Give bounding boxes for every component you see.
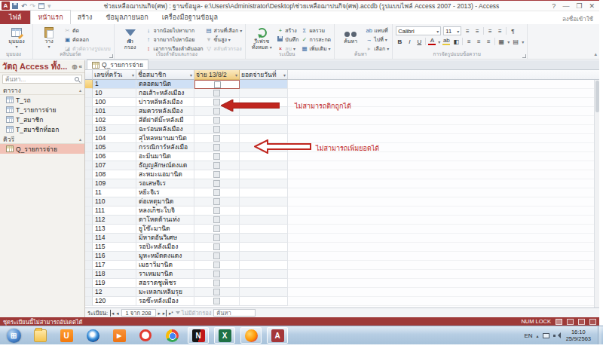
- sidebar-item-table[interactable]: T_รายการจ่าย: [0, 105, 84, 115]
- cell-household-no[interactable]: 113: [93, 225, 136, 234]
- query-document-tab[interactable]: Q_รายการจ่าย: [87, 60, 148, 69]
- swirl-app-icon[interactable]: [82, 327, 103, 344]
- cell-paid[interactable]: [194, 279, 240, 288]
- cell-household-no[interactable]: 11: [93, 188, 136, 197]
- table-row[interactable]: 109รอเสษจิเร: [85, 179, 599, 188]
- paid-checkbox[interactable]: [213, 298, 220, 304]
- align-left-icon[interactable]: ≡: [465, 38, 473, 45]
- sort-descending-button[interactable]: ↑ จากมากไปหาน้อย: [145, 35, 204, 44]
- sql-view-button[interactable]: [578, 319, 585, 325]
- navigation-pane-header[interactable]: วัตถุ Access ทั้ง... ◎ «: [0, 60, 84, 73]
- cell-paid[interactable]: [194, 206, 240, 216]
- column-sort-dropdown-icon[interactable]: ▾: [190, 72, 192, 78]
- cell-household-no[interactable]: 108: [93, 170, 136, 179]
- restore-button[interactable]: ❐: [576, 2, 582, 10]
- fill-color-button[interactable]: ◧: [452, 38, 460, 45]
- datasheet-quick-icon[interactable]: [38, 3, 44, 9]
- sidebar-item-table[interactable]: T_สมาชิกที่ออก: [0, 124, 84, 134]
- n-app-icon[interactable]: N: [188, 327, 209, 344]
- column-header-paid-date[interactable]: ยอดจ่ายวันที่ ▾: [240, 70, 288, 80]
- table-row[interactable]: 1ตลอดมานิด: [85, 80, 599, 89]
- cell-paid[interactable]: [194, 225, 240, 234]
- table-row[interactable]: 118ราเหมมานิด: [85, 270, 599, 279]
- table-row[interactable]: 11หยีะจิเร: [85, 188, 599, 197]
- cell-household-no[interactable]: 106: [93, 152, 136, 161]
- paid-checkbox[interactable]: [213, 180, 220, 187]
- table-row[interactable]: 110ต่อเหตุมานิด: [85, 197, 599, 206]
- cell-household-no[interactable]: 115: [93, 243, 136, 252]
- row-selector[interactable]: [85, 261, 93, 270]
- italic-button[interactable]: I: [406, 38, 413, 45]
- row-selector[interactable]: [85, 143, 93, 152]
- row-selector[interactable]: [85, 116, 93, 125]
- cell-paid-date[interactable]: [240, 243, 288, 252]
- firefox-icon[interactable]: [240, 327, 262, 344]
- cell-paid-date[interactable]: [240, 234, 288, 243]
- column-header-paid-checkbox[interactable]: จ่าย 13/8/2 ▾: [194, 70, 240, 80]
- new-blank-record-button[interactable]: ▸*: [169, 310, 173, 317]
- cell-paid-date[interactable]: [240, 161, 288, 170]
- row-selector[interactable]: [85, 188, 93, 197]
- font-name-select[interactable]: Calibri ▾: [396, 26, 441, 35]
- paid-checkbox[interactable]: [213, 289, 220, 295]
- row-selector[interactable]: [85, 170, 93, 179]
- volume-icon[interactable]: [553, 332, 559, 338]
- cell-paid-date[interactable]: [240, 89, 288, 98]
- cell-household-no[interactable]: 120: [93, 297, 136, 306]
- row-selector[interactable]: [85, 234, 93, 243]
- chrome-icon[interactable]: [161, 327, 182, 344]
- cell-household-no[interactable]: 119: [93, 279, 136, 288]
- alternate-row-color-button[interactable]: ▤: [512, 38, 519, 45]
- views-button[interactable]: มุมมอง ▾: [4, 26, 29, 51]
- cell-paid-date[interactable]: [240, 206, 288, 216]
- cell-paid[interactable]: [194, 143, 240, 152]
- align-right-icon[interactable]: ≡: [485, 38, 492, 45]
- cell-paid-date[interactable]: [240, 225, 288, 234]
- replace-button[interactable]: ab แทนที่: [366, 26, 389, 35]
- cell-household-no[interactable]: 101: [93, 107, 136, 116]
- last-record-button[interactable]: ▸: [163, 310, 167, 317]
- cell-paid[interactable]: [194, 89, 240, 98]
- cell-member-name[interactable]: สมควรหลังเมือง: [136, 107, 194, 116]
- cell-paid[interactable]: [194, 125, 240, 134]
- cell-member-name[interactable]: มูหะหมัดดงแดง: [136, 252, 194, 261]
- cell-member-name[interactable]: ต่อเหตุมานิด: [136, 197, 194, 206]
- cell-paid[interactable]: [194, 216, 240, 225]
- cell-household-no[interactable]: 117: [93, 261, 136, 270]
- column-header-member-name[interactable]: ชื่อสมาชิก ▾: [136, 70, 194, 80]
- cell-paid[interactable]: [194, 261, 240, 270]
- cell-paid-date[interactable]: [240, 125, 288, 134]
- cell-paid-date[interactable]: [240, 279, 288, 288]
- table-row[interactable]: 10กอเส้าะหลังเมือง: [85, 89, 599, 98]
- shutter-bar-close-icon[interactable]: «: [79, 63, 82, 70]
- paid-checkbox[interactable]: [213, 189, 220, 196]
- tab-file[interactable]: ไฟล์: [0, 11, 30, 24]
- bullets-icon[interactable]: ≡: [464, 28, 471, 35]
- row-selector[interactable]: [85, 288, 93, 297]
- uc-browser-icon[interactable]: U: [56, 327, 77, 344]
- cell-household-no[interactable]: 10: [93, 89, 136, 98]
- column-header-household-no[interactable]: เลขที่ครัวเ ▾: [93, 70, 136, 80]
- row-selector[interactable]: [85, 297, 93, 306]
- taskbar-clock[interactable]: 16:10 25/9/2563: [563, 329, 594, 343]
- filter-status[interactable]: ไม่มีตัวกรอง: [176, 308, 211, 317]
- cell-household-no[interactable]: 114: [93, 234, 136, 243]
- cell-paid-date[interactable]: [240, 188, 288, 197]
- datasheet-view-button[interactable]: [556, 319, 562, 325]
- sign-in-link[interactable]: ลงชื่อเข้าใช้: [562, 14, 599, 24]
- bold-button[interactable]: B: [396, 38, 403, 45]
- navigation-search-box[interactable]: ค้นหา...: [2, 75, 82, 84]
- select-all-corner[interactable]: [85, 70, 93, 80]
- access-taskbar-icon[interactable]: A: [267, 327, 288, 344]
- record-search-box[interactable]: ค้นหา: [213, 309, 256, 317]
- selection-button[interactable]: ▤ ส่วนที่เลือก ▾: [206, 26, 243, 35]
- cell-member-name[interactable]: ธัญญลักษณ์ดงแด: [136, 161, 194, 170]
- cell-household-no[interactable]: 103: [93, 125, 136, 134]
- paragraph-marks-icon[interactable]: ¶: [509, 28, 516, 35]
- paid-checkbox[interactable]: [213, 225, 220, 232]
- cell-paid-date[interactable]: [240, 116, 288, 125]
- row-selector[interactable]: [85, 134, 93, 143]
- font-color-button[interactable]: A: [428, 38, 436, 45]
- cell-paid[interactable]: [194, 80, 240, 89]
- show-hidden-icons-button[interactable]: ▴: [537, 333, 539, 338]
